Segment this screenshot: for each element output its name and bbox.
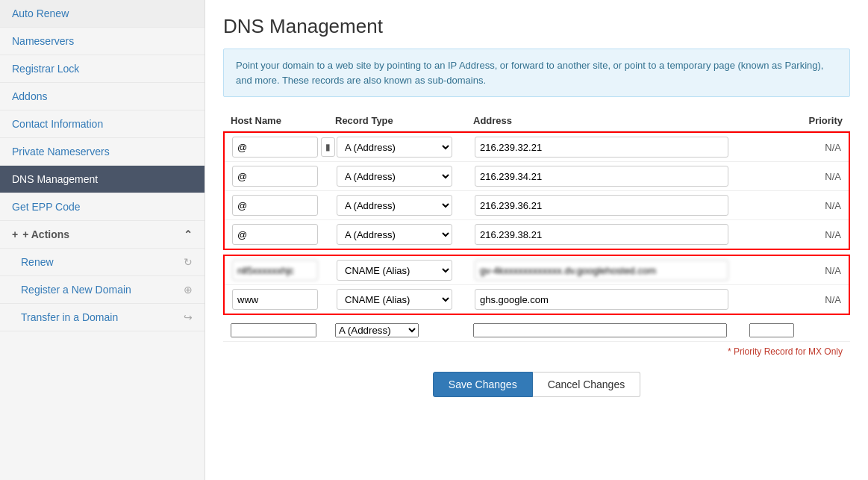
- address-input[interactable]: [475, 137, 728, 158]
- sidebar-action-transfer-in-domain[interactable]: Transfer in a Domain↪: [0, 304, 204, 331]
- col-header-priority: Priority: [749, 115, 850, 126]
- chevron-up-icon: ⌃: [184, 228, 193, 240]
- sidebar-item-addons[interactable]: Addons: [0, 83, 204, 110]
- cancel-button[interactable]: Cancel Changes: [533, 372, 641, 397]
- col-header-address: Address: [473, 115, 749, 126]
- actions-label: + Actions: [22, 228, 69, 240]
- empty-recordtype-select[interactable]: A (Address) CNAME (Alias) MX (Mail) TXT …: [335, 323, 419, 337]
- priority-cell: N/A: [751, 229, 849, 240]
- priority-cell: N/A: [751, 200, 849, 211]
- address-input[interactable]: [475, 195, 728, 216]
- actions-section: + + Actions ⌃: [0, 221, 204, 249]
- address-cell: [475, 195, 751, 216]
- priority-cell: N/A: [751, 265, 849, 276]
- action-icon: ⊕: [184, 284, 193, 296]
- empty-host-input[interactable]: [231, 323, 316, 337]
- dns-row: A (Address) CNAME (Alias) MX (Mail) TXT …: [225, 162, 849, 191]
- sidebar-item-dns-management[interactable]: DNS Management: [0, 166, 204, 193]
- empty-address-input[interactable]: [473, 323, 727, 337]
- host-input[interactable]: [232, 195, 318, 216]
- address-input[interactable]: [475, 166, 728, 187]
- host-input[interactable]: [232, 166, 318, 187]
- sidebar-item-nameservers[interactable]: Nameservers: [0, 28, 204, 55]
- priority-cell: N/A: [751, 171, 849, 182]
- host-input[interactable]: [232, 289, 318, 310]
- recordtype-select[interactable]: A (Address) CNAME (Alias) MX (Mail) TXT …: [337, 195, 452, 216]
- bottom-buttons: Save Changes Cancel Changes: [223, 364, 850, 405]
- info-box: Point your domain to a web site by point…: [223, 49, 850, 97]
- priority-cell: N/A: [751, 294, 849, 305]
- save-button[interactable]: Save Changes: [433, 372, 533, 397]
- priority-note: * Priority Record for MX Only: [223, 346, 843, 357]
- col-header-hostname: Host Name: [231, 115, 335, 126]
- address-input[interactable]: [475, 224, 728, 245]
- recordtype-select[interactable]: A (Address) CNAME (Alias) MX (Mail) TXT …: [337, 260, 452, 281]
- recordtype-select[interactable]: A (Address) CNAME (Alias) MX (Mail) TXT …: [337, 289, 452, 310]
- host-cell: [232, 224, 337, 245]
- dns-row: A (Address) CNAME (Alias) MX (Mail) TXT …: [225, 285, 849, 314]
- action-icon: ↪: [184, 311, 193, 323]
- sidebar-item-private-nameservers[interactable]: Private Nameservers: [0, 138, 204, 166]
- host-cell: [232, 289, 337, 310]
- dns-group-2: A (Address) CNAME (Alias) MX (Mail) TXT …: [223, 255, 850, 315]
- dns-group-1: ▮ A (Address) CNAME (Alias) MX (Mail) TX…: [223, 131, 850, 250]
- address-cell: [475, 260, 751, 281]
- empty-address-cell: [473, 323, 749, 337]
- main-content: DNS Management Point your domain to a we…: [205, 0, 868, 480]
- recordtype-cell: A (Address) CNAME (Alias) MX (Mail) TXT …: [337, 260, 475, 281]
- recordtype-cell: A (Address) CNAME (Alias) MX (Mail) TXT …: [337, 166, 475, 187]
- sidebar-item-get-epp-code[interactable]: Get EPP Code: [0, 193, 204, 221]
- address-input[interactable]: [475, 260, 728, 281]
- address-input[interactable]: [475, 289, 728, 310]
- empty-priority-input[interactable]: [749, 323, 794, 337]
- host-cell: [232, 195, 337, 216]
- sidebar-action-renew[interactable]: Renew↻: [0, 249, 204, 276]
- sidebar-item-contact-information[interactable]: Contact Information: [0, 110, 204, 138]
- empty-recordtype-cell: A (Address) CNAME (Alias) MX (Mail) TXT …: [335, 323, 473, 337]
- recordtype-select[interactable]: A (Address) CNAME (Alias) MX (Mail) TXT …: [337, 224, 452, 245]
- dns-table-header: Host Name Record Type Address Priority: [223, 110, 850, 131]
- dns-row: A (Address) CNAME (Alias) MX (Mail) TXT …: [225, 220, 849, 249]
- action-label: Renew: [21, 256, 54, 268]
- sidebar-action-register-new-domain[interactable]: Register a New Domain⊕: [0, 276, 204, 304]
- dns-row: A (Address) CNAME (Alias) MX (Mail) TXT …: [225, 191, 849, 220]
- plus-icon: +: [12, 228, 18, 240]
- dns-row: ▮ A (Address) CNAME (Alias) MX (Mail) TX…: [225, 133, 849, 162]
- host-cell: ▮: [232, 137, 337, 158]
- recordtype-select[interactable]: A (Address) CNAME (Alias) MX (Mail) TXT …: [337, 137, 452, 158]
- host-input[interactable]: [232, 260, 318, 281]
- host-icon-btn[interactable]: ▮: [321, 137, 335, 157]
- action-label: Transfer in a Domain: [21, 311, 118, 323]
- page-title: DNS Management: [223, 15, 850, 38]
- host-input[interactable]: [232, 224, 318, 245]
- address-cell: [475, 166, 751, 187]
- empty-priority-cell: [749, 323, 850, 337]
- sidebar: Auto RenewNameserversRegistrar LockAddon…: [0, 0, 205, 480]
- host-cell: [232, 260, 337, 281]
- recordtype-cell: A (Address) CNAME (Alias) MX (Mail) TXT …: [337, 195, 475, 216]
- priority-cell: N/A: [751, 142, 849, 153]
- action-label: Register a New Domain: [21, 284, 131, 296]
- recordtype-cell: A (Address) CNAME (Alias) MX (Mail) TXT …: [337, 224, 475, 245]
- address-cell: [475, 289, 751, 310]
- host-cell: [232, 166, 337, 187]
- address-cell: [475, 137, 751, 158]
- recordtype-select[interactable]: A (Address) CNAME (Alias) MX (Mail) TXT …: [337, 166, 452, 187]
- empty-host-cell: [231, 323, 335, 337]
- dns-row: A (Address) CNAME (Alias) MX (Mail) TXT …: [225, 256, 849, 285]
- recordtype-cell: A (Address) CNAME (Alias) MX (Mail) TXT …: [337, 137, 475, 158]
- sidebar-item-auto-renew[interactable]: Auto Renew: [0, 0, 204, 28]
- recordtype-cell: A (Address) CNAME (Alias) MX (Mail) TXT …: [337, 289, 475, 310]
- address-cell: [475, 224, 751, 245]
- col-header-recordtype: Record Type: [335, 115, 473, 126]
- action-icon: ↻: [184, 256, 193, 268]
- sidebar-item-registrar-lock[interactable]: Registrar Lock: [0, 55, 204, 83]
- dns-empty-row: A (Address) CNAME (Alias) MX (Mail) TXT …: [223, 320, 850, 342]
- host-input[interactable]: [232, 137, 318, 158]
